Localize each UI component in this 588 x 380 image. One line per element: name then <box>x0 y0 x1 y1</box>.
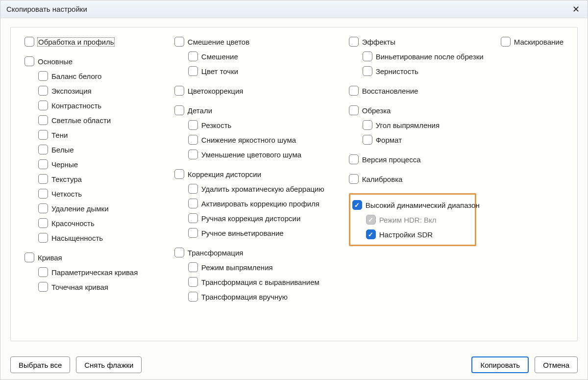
label-blacks[interactable]: Черные <box>51 160 78 169</box>
label-manual-transforms[interactable]: Трансформация вручную <box>201 293 288 301</box>
label-colorgrading[interactable]: Цветокоррекция <box>188 87 244 95</box>
checkbox-calibration[interactable] <box>349 174 359 184</box>
label-hdr[interactable]: Высокий динамический диапазон <box>366 201 480 209</box>
label-wb[interactable]: Баланс белого <box>51 72 101 80</box>
label-upright[interactable]: Режим выпрямления <box>201 263 273 272</box>
checkbox-lens[interactable] <box>174 169 184 179</box>
checkbox-manual-vig[interactable] <box>188 228 198 238</box>
label-basic[interactable]: Основные <box>38 57 73 66</box>
checkbox-basic[interactable] <box>24 56 34 66</box>
label-healing[interactable]: Восстановление <box>362 87 418 95</box>
select-none-button[interactable]: Снять флажки <box>76 356 142 373</box>
checkbox-profile[interactable] <box>188 199 198 208</box>
checkbox-saturation[interactable] <box>38 233 48 243</box>
checkbox-angle[interactable] <box>363 120 372 130</box>
checkbox-texture[interactable] <box>38 174 48 184</box>
label-mix[interactable]: Смешение <box>201 52 238 61</box>
cancel-button[interactable]: Отмена <box>535 356 578 373</box>
label-exposure[interactable]: Экспозиция <box>51 87 92 95</box>
checkbox-colorgrading[interactable] <box>174 86 184 96</box>
label-whites[interactable]: Белые <box>51 146 74 154</box>
label-lens[interactable]: Коррекция дисторсии <box>188 170 261 178</box>
checkbox-vignette[interactable] <box>363 51 372 61</box>
label-color-nr[interactable]: Уменьшение цветового шума <box>201 151 301 159</box>
label-colormix[interactable]: Смешение цветов <box>188 38 249 46</box>
label-dehaze[interactable]: Удаление дымки <box>51 204 109 213</box>
checkbox-highlights[interactable] <box>38 115 48 125</box>
checkbox-aspect[interactable] <box>363 135 372 145</box>
checkbox-blacks[interactable] <box>38 159 48 169</box>
checkbox-hdr[interactable] <box>352 200 362 210</box>
label-transform[interactable]: Трансформация <box>188 249 244 257</box>
label-profile[interactable]: Активировать коррекцию профиля <box>201 200 319 208</box>
checkbox-clarity[interactable] <box>38 189 48 199</box>
label-calibration[interactable]: Калибровка <box>362 175 403 183</box>
checkbox-mix[interactable] <box>188 51 198 61</box>
checkbox-exposure[interactable] <box>38 86 48 96</box>
label-manual-vig[interactable]: Ручное виньетирование <box>201 229 284 237</box>
checkbox-upright-transforms[interactable] <box>188 277 198 287</box>
checkbox-contrast[interactable] <box>38 101 48 110</box>
checkbox-grain[interactable] <box>363 66 372 76</box>
label-highlights[interactable]: Светлые области <box>51 116 111 125</box>
checkbox-shadows[interactable] <box>38 130 48 140</box>
label-detail[interactable]: Детали <box>188 106 212 115</box>
checkbox-masking[interactable] <box>501 37 511 47</box>
label-upright-transforms[interactable]: Трансформация с выравниванием <box>201 278 319 286</box>
label-manual-dist[interactable]: Ручная коррекция дисторсии <box>201 214 300 223</box>
label-vignette[interactable]: Виньетирование после обрезки <box>376 52 484 61</box>
label-shadows[interactable]: Тени <box>51 131 68 139</box>
label-crop[interactable]: Обрезка <box>362 106 391 115</box>
checkbox-hdr-mode <box>366 215 376 225</box>
label-effects[interactable]: Эффекты <box>362 38 395 46</box>
label-contrast[interactable]: Контрастность <box>51 101 101 110</box>
label-pointcolor[interactable]: Цвет точки <box>201 67 238 76</box>
checkbox-color-nr[interactable] <box>188 150 198 159</box>
checkbox-point[interactable] <box>38 282 48 292</box>
label-curve[interactable]: Кривая <box>38 253 62 262</box>
label-treatment[interactable]: Обработка и профиль <box>38 38 114 46</box>
label-saturation[interactable]: Насыщенность <box>51 234 103 242</box>
checkbox-curve[interactable] <box>24 253 34 262</box>
checkbox-whites[interactable] <box>38 145 48 154</box>
label-angle[interactable]: Угол выпрямления <box>376 121 440 129</box>
label-ca[interactable]: Удалить хроматическую аберрацию <box>201 185 324 193</box>
label-masking[interactable]: Маскирование <box>514 38 564 46</box>
checkbox-manual-dist[interactable] <box>188 213 198 223</box>
checkbox-crop[interactable] <box>349 105 359 115</box>
checkbox-pointcolor[interactable] <box>188 66 198 76</box>
select-all-button[interactable]: Выбрать все <box>10 356 70 373</box>
label-pv[interactable]: Версия процесса <box>362 155 421 164</box>
checkbox-healing[interactable] <box>349 86 359 96</box>
checkbox-upright[interactable] <box>188 262 198 272</box>
label-parametric[interactable]: Параметрическая кривая <box>51 268 138 277</box>
label-aspect[interactable]: Формат <box>376 136 402 144</box>
checkbox-transform[interactable] <box>174 248 184 257</box>
checkbox-parametric[interactable] <box>38 267 48 277</box>
checkbox-manual-transforms[interactable] <box>188 292 198 302</box>
dialog-footer: Выбрать все Снять флажки Копировать Отме… <box>0 350 588 380</box>
label-grain[interactable]: Зернистость <box>376 67 418 76</box>
checkbox-luminance-nr[interactable] <box>188 135 198 145</box>
checkbox-colormix[interactable] <box>174 37 184 47</box>
checkbox-effects[interactable] <box>349 37 359 47</box>
label-point[interactable]: Точечная кривая <box>51 283 108 291</box>
checkbox-dehaze[interactable] <box>38 203 48 213</box>
checkbox-ca[interactable] <box>188 184 198 194</box>
checkbox-vibrance[interactable] <box>38 218 48 228</box>
checkbox-pv[interactable] <box>349 154 359 164</box>
close-icon[interactable]: ✕ <box>570 0 582 18</box>
label-luminance-nr[interactable]: Снижение яркостного шума <box>201 136 296 144</box>
label-sharp[interactable]: Резкость <box>201 121 232 129</box>
checkbox-sharp[interactable] <box>188 120 198 130</box>
label-clarity[interactable]: Четкость <box>51 190 82 198</box>
copy-button[interactable]: Копировать <box>471 356 529 373</box>
checkbox-wb[interactable] <box>38 71 48 81</box>
label-texture[interactable]: Текстура <box>51 175 82 183</box>
checkbox-sdr[interactable] <box>366 229 376 239</box>
checkbox-treatment[interactable] <box>24 37 34 47</box>
column-1: Обработка и профиль Основные Баланс бело… <box>24 34 150 334</box>
checkbox-detail[interactable] <box>174 105 184 115</box>
label-sdr[interactable]: Настройки SDR <box>379 230 433 239</box>
label-vibrance[interactable]: Красочность <box>51 219 95 228</box>
